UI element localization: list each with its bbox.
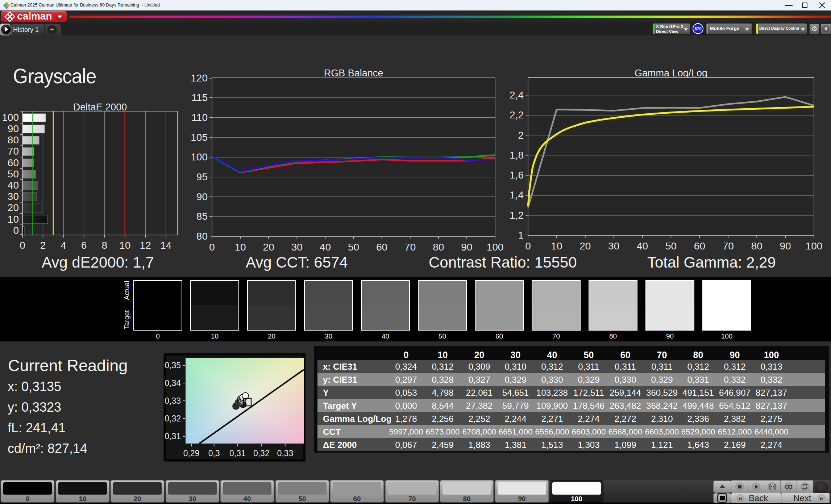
svg-text:30: 30 (608, 240, 619, 252)
svg-text:70: 70 (404, 242, 416, 253)
svg-text:20: 20 (263, 242, 274, 253)
svg-text:70: 70 (723, 240, 734, 252)
svg-text:0: 0 (525, 240, 531, 252)
svg-text:110: 110 (191, 112, 208, 123)
svg-text:100: 100 (3, 112, 19, 123)
svg-text:95: 95 (196, 171, 208, 182)
svg-text:0,35: 0,35 (165, 361, 181, 370)
svg-text:120: 120 (191, 74, 208, 84)
svg-text:60: 60 (8, 157, 19, 168)
svg-text:60: 60 (694, 240, 705, 252)
svg-text:0,33: 0,33 (277, 449, 293, 458)
svg-text:2: 2 (518, 130, 524, 141)
svg-text:40: 40 (320, 242, 331, 253)
svg-text:1: 1 (518, 230, 524, 241)
svg-text:105: 105 (191, 132, 208, 143)
svg-text:12: 12 (140, 240, 151, 251)
svg-text:80: 80 (8, 134, 19, 146)
svg-text:0,32: 0,32 (253, 449, 270, 458)
svg-text:14: 14 (160, 240, 171, 251)
svg-text:90: 90 (461, 242, 472, 253)
svg-text:1,4: 1,4 (510, 189, 524, 201)
svg-text:0,29: 0,29 (183, 449, 200, 458)
svg-text:50: 50 (8, 168, 19, 180)
svg-text:30: 30 (291, 242, 303, 253)
svg-text:50: 50 (665, 240, 677, 252)
svg-text:30: 30 (8, 191, 19, 202)
svg-text:0: 0 (20, 240, 25, 251)
svg-text:40: 40 (8, 180, 19, 191)
svg-text:2: 2 (40, 240, 46, 251)
svg-text:0,32: 0,32 (165, 414, 181, 423)
svg-text:20: 20 (8, 202, 19, 213)
svg-text:0: 0 (209, 242, 215, 253)
svg-text:85: 85 (196, 211, 208, 222)
svg-text:0,31: 0,31 (165, 432, 181, 441)
svg-text:0,33: 0,33 (165, 396, 181, 406)
svg-text:1,8: 1,8 (510, 150, 524, 161)
svg-text:100: 100 (806, 240, 823, 252)
svg-text:80: 80 (433, 242, 444, 253)
svg-text:90: 90 (196, 191, 208, 202)
svg-text:80: 80 (751, 240, 763, 252)
svg-text:0: 0 (13, 225, 19, 236)
svg-text:0,3: 0,3 (208, 449, 220, 458)
svg-text:2,2: 2,2 (510, 109, 524, 121)
svg-text:2,4: 2,4 (510, 89, 524, 101)
svg-text:60: 60 (376, 242, 387, 253)
svg-text:20: 20 (579, 240, 591, 252)
svg-text:10: 10 (235, 242, 246, 253)
svg-text:1,6: 1,6 (510, 169, 524, 181)
svg-text:8: 8 (101, 240, 107, 251)
svg-text:10: 10 (119, 240, 130, 251)
svg-text:90: 90 (780, 240, 791, 252)
svg-text:6: 6 (81, 240, 87, 251)
svg-text:4: 4 (61, 240, 66, 251)
svg-text:40: 40 (637, 240, 648, 252)
svg-text:100: 100 (191, 151, 208, 163)
svg-text:1,2: 1,2 (510, 210, 524, 221)
svg-text:0,34: 0,34 (165, 378, 181, 388)
svg-text:115: 115 (191, 92, 208, 103)
svg-text:90: 90 (8, 123, 19, 134)
svg-text:50: 50 (348, 242, 359, 253)
svg-text:80: 80 (196, 231, 208, 242)
svg-text:10: 10 (8, 214, 19, 225)
svg-text:0,31: 0,31 (229, 449, 246, 458)
svg-text:70: 70 (8, 146, 19, 157)
svg-text:100: 100 (487, 242, 504, 253)
svg-text:10: 10 (551, 240, 562, 252)
